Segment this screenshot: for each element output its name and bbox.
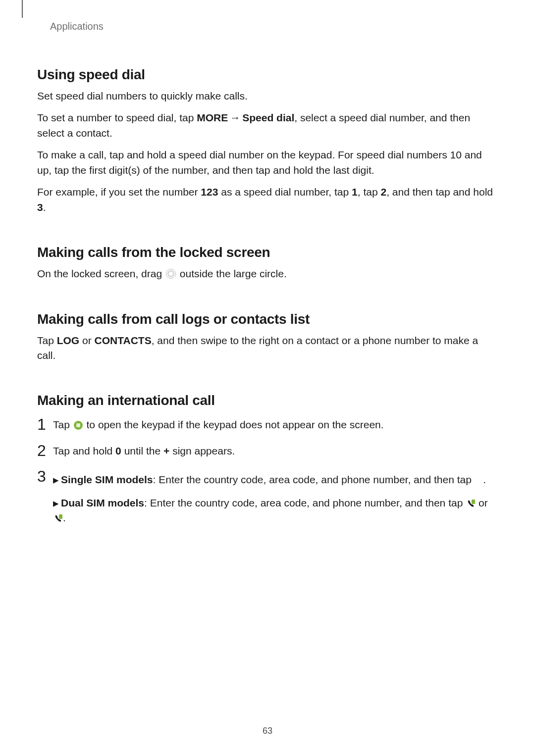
sub-bullet-single-sim: ▶Single SIM models: Enter the country co… (53, 472, 498, 487)
bold-2: 2 (380, 186, 386, 198)
heading-international-call: Making an international call (37, 393, 498, 408)
text: : Enter the country code, area code, and… (144, 497, 466, 508)
text: Tap and hold (53, 445, 115, 456)
keypad-icon (74, 421, 83, 430)
call-icon-placeholder (475, 474, 483, 485)
list-item: 2 Tap and hold 0 until the + sign appear… (37, 444, 498, 458)
svg-rect-1 (59, 514, 62, 519)
call-sim1-icon (466, 499, 475, 508)
bold-speed-dial: Speed dial (242, 112, 294, 123)
list-item: 3 ▶Single SIM models: Enter the country … (37, 469, 498, 525)
text: or (476, 497, 488, 508)
bold-contacts: CONTACTS (95, 335, 152, 346)
text: or (79, 335, 94, 346)
drag-handle-icon (166, 269, 176, 279)
sub-bullet-dual-sim: ▶Dual SIM models: Enter the country code… (53, 496, 498, 526)
heading-speed-dial: Using speed dial (37, 67, 498, 83)
step-number-3: 3 (37, 468, 53, 484)
triangle-bullet-icon: ▶ (53, 498, 61, 509)
text: Tap (53, 419, 73, 430)
bold-more: MORE (197, 112, 228, 123)
text: as a speed dial number, tap (218, 186, 352, 198)
paragraph: To make a call, tap and hold a speed dia… (37, 148, 498, 178)
text: For example, if you set the number (37, 186, 201, 198)
paragraph: Tap LOG or CONTACTS, and then swipe to t… (37, 333, 498, 363)
call-sim2-icon (54, 514, 62, 523)
paragraph: For example, if you set the number 123 a… (37, 185, 498, 215)
text: sign appears. (169, 445, 235, 456)
text: outside the large circle. (177, 268, 287, 279)
step-content: Tap and hold 0 until the + sign appears. (53, 444, 498, 458)
bold-plus: + (163, 445, 169, 456)
text: . (63, 512, 66, 523)
text: , and then tap and hold (386, 186, 493, 198)
text: to open the keypad if the keypad does no… (84, 419, 384, 430)
step-number-1: 1 (37, 416, 53, 432)
svg-rect-0 (472, 500, 475, 504)
bold-1: 1 (352, 186, 358, 198)
bold-123: 123 (201, 186, 218, 198)
triangle-bullet-icon: ▶ (53, 475, 61, 486)
text: , tap (358, 186, 381, 198)
heading-call-logs: Making calls from call logs or contacts … (37, 311, 498, 327)
step-content: ▶Single SIM models: Enter the country co… (53, 469, 498, 525)
text: . (43, 202, 46, 213)
text: until the (121, 445, 163, 456)
bold-log: LOG (57, 335, 80, 346)
numbered-list: 1 Tap to open the keypad if the keypad d… (37, 417, 498, 525)
document-page: Applications Using speed dial Set speed … (0, 0, 535, 526)
bold-dual-sim: Dual SIM models (61, 497, 144, 508)
paragraph: Set speed dial numbers to quickly make c… (37, 89, 498, 103)
paragraph: On the locked screen, drag outside the l… (37, 266, 498, 281)
page-number: 63 (0, 726, 535, 736)
text: Tap (37, 335, 57, 346)
list-item: 1 Tap to open the keypad if the keypad d… (37, 417, 498, 432)
crop-mark (22, 0, 23, 18)
bold-0: 0 (115, 445, 121, 456)
arrow-right-icon: → (228, 110, 242, 125)
bold-3: 3 (37, 202, 43, 213)
bold-single-sim: Single SIM models (61, 474, 153, 485)
step-number-2: 2 (37, 443, 53, 458)
text: . (483, 474, 486, 485)
breadcrumb: Applications (50, 21, 498, 32)
step-content: Tap to open the keypad if the keypad doe… (53, 417, 498, 432)
heading-locked-screen: Making calls from the locked screen (37, 245, 498, 260)
text: : Enter the country code, area code, and… (153, 474, 475, 485)
paragraph: To set a number to speed dial, tap MORE … (37, 110, 498, 141)
text: To set a number to speed dial, tap (37, 112, 197, 123)
text: On the locked screen, drag (37, 268, 165, 279)
